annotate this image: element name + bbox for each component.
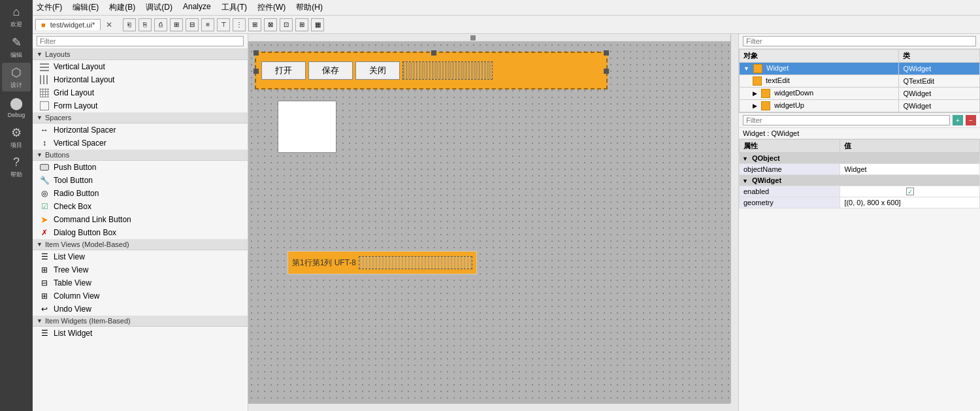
section-buttons[interactable]: ▼ Buttons [33, 150, 248, 161]
sidebar-item-horizontal-layout[interactable]: Horizontal Layout [33, 73, 248, 86]
scrollbar-corner [730, 403, 738, 411]
sidebar-item-list-view[interactable]: ☰ List View [33, 250, 248, 263]
file-tab[interactable]: ■ test/widget.ui* [35, 19, 101, 30]
toolbar-btn-5[interactable]: ⊟ [186, 18, 199, 31]
sidebar-item-edit[interactable]: ✎ 编辑 [2, 33, 31, 61]
section-item-widgets[interactable]: ▼ Item Widgets (Item-Based) [33, 316, 248, 327]
resize-handle-ml[interactable] [253, 69, 259, 74]
widgetup-expand[interactable]: ▶ [753, 103, 757, 109]
props-scroll-area[interactable]: 属性 值 ▼ QObject [739, 139, 980, 411]
resize-handle-tc[interactable] [431, 50, 436, 56]
sidebar-item-tree-view[interactable]: ⊞ Tree View [33, 263, 248, 276]
sidebar-item-tool-button[interactable]: 🔧 Tool Button [33, 174, 248, 187]
scrollbar-right[interactable] [730, 34, 738, 403]
sidebar-item-list-view-label: List View [54, 252, 85, 261]
sidebar-item-hspacer[interactable]: ↔ Horizontal Spacer [33, 123, 248, 137]
sidebar-item-grid-layout[interactable]: Grid Layout [33, 86, 248, 99]
toolbar-btn-10[interactable]: ⊠ [264, 18, 277, 31]
sidebar-item-undo-view[interactable]: ↩ Undo View [33, 303, 248, 316]
sidebar-item-form-layout[interactable]: Form Layout [33, 99, 248, 112]
toolbar-btn-3[interactable]: ⎙ [154, 18, 167, 31]
menu-tools[interactable]: 工具(T) [221, 2, 247, 13]
obj-row-widget[interactable]: ▼ Widget QWidget [740, 63, 980, 75]
resize-handle-tr[interactable] [604, 50, 609, 56]
widgetdown-expand[interactable]: ▶ [753, 90, 757, 97]
tab-close-btn[interactable]: ✕ [103, 20, 115, 29]
scrollbar-top[interactable] [248, 34, 730, 42]
resize-handle-mr[interactable] [604, 69, 609, 74]
canvas[interactable]: 打开 保存 关闭 第1行第1列 UFT-8 [248, 42, 730, 403]
obj-row-textedit[interactable]: textEdit QTextEdit [740, 75, 980, 88]
sidebar-item-vspacer[interactable]: ↕ Vertical Spacer [33, 137, 248, 150]
menu-build[interactable]: 构建(B) [109, 2, 135, 13]
toolbar-btn-7[interactable]: ⊤ [217, 18, 230, 31]
icon-sidebar: ⌂ 欢迎 ✎ 编辑 ⬡ 设计 ⬤ Debug ⚙ 项目 ? 帮助 [0, 0, 33, 411]
sidebar-item-list-widget[interactable]: ☰ List Widget [33, 327, 248, 340]
toolbar-btn-12[interactable]: ⊞ [295, 18, 308, 31]
sidebar-item-check-box[interactable]: ☑ Check Box [33, 200, 248, 213]
sidebar-item-help[interactable]: ? 帮助 [2, 153, 31, 182]
menu-file[interactable]: 文件(F) [37, 2, 62, 13]
qobject-expand[interactable]: ▼ [742, 156, 748, 162]
props-add-btn[interactable]: + [953, 115, 963, 125]
canvas-open-btn[interactable]: 打开 [261, 61, 306, 80]
sidebar-item-vspacer-label: Vertical Spacer [54, 139, 106, 148]
sidebar-item-vertical-layout[interactable]: Vertical Layout [33, 60, 248, 73]
canvas-close-btn[interactable]: 关闭 [355, 61, 400, 80]
section-spacers[interactable]: ▼ Spacers [33, 112, 248, 123]
sidebar-item-debug[interactable]: ⬤ Debug [2, 93, 31, 122]
toolbar-btn-8[interactable]: ⋮ [233, 18, 246, 31]
toolbar-btn-13[interactable]: ▦ [311, 18, 324, 31]
canvas-save-btn[interactable]: 保存 [308, 61, 353, 80]
sidebar-filter-input[interactable] [37, 36, 244, 46]
canvas-white-box[interactable] [278, 101, 336, 153]
sidebar-item-welcome[interactable]: ⌂ 欢迎 [2, 3, 31, 31]
prop-geometry[interactable]: geometry [(0, 0), 800 x 600] [740, 197, 980, 208]
toolbar-btn-1[interactable]: ⎗ [123, 18, 136, 31]
sidebar-item-command-link-button[interactable]: ➤ Command Link Button [33, 213, 248, 226]
sidebar-item-dialog-button-box[interactable]: ✗ Dialog Button Box [33, 226, 248, 239]
props-remove-btn[interactable]: − [966, 115, 976, 125]
prop-objectname[interactable]: objectName Widget [740, 164, 980, 175]
props-section-qobject: ▼ QObject [740, 153, 980, 164]
section-layouts[interactable]: ▼ Layouts [33, 49, 248, 60]
menu-debug[interactable]: 调试(D) [146, 2, 172, 13]
toolbar-btn-6[interactable]: ≡ [201, 18, 214, 31]
sidebar-item-column-view[interactable]: ⊞ Column View [33, 289, 248, 303]
menu-analyze[interactable]: Analyze [183, 2, 211, 13]
canvas-row-input[interactable] [359, 256, 472, 269]
obj-col-name: 对象 [740, 50, 899, 63]
sidebar-item-design[interactable]: ⬡ 设计 [2, 63, 31, 91]
resize-handle-tl[interactable] [253, 50, 259, 56]
toolbar-btn-11[interactable]: ⊡ [280, 18, 293, 31]
obj-row-widgetup[interactable]: ▶ widgetUp QWidget [740, 100, 980, 112]
sidebar-item-push-button[interactable]: Push Button [33, 161, 248, 174]
props-section-qwidget: ▼ QWidget [740, 175, 980, 186]
menu-edit[interactable]: 编辑(E) [73, 2, 99, 13]
obj-row-widgetdown[interactable]: ▶ widgetDown QWidget [740, 88, 980, 100]
canvas-row-pattern [359, 257, 472, 269]
widget-expand[interactable]: ▼ [743, 65, 749, 72]
prop-enabled[interactable]: enabled ✓ [740, 186, 980, 197]
qwidget-expand[interactable]: ▼ [742, 178, 748, 184]
toolbar-btn-4[interactable]: ⊞ [170, 18, 183, 31]
section-item-views[interactable]: ▼ Item Views (Model-Based) [33, 239, 248, 250]
menu-controls[interactable]: 控件(W) [257, 2, 286, 13]
sidebar-item-radio-button[interactable]: ◎ Radio Button [33, 187, 248, 200]
props-filter-input[interactable] [743, 115, 950, 125]
enabled-checkbox[interactable]: ✓ [906, 188, 914, 195]
menu-help[interactable]: 帮助(H) [296, 2, 323, 13]
scrollbar-bottom[interactable] [248, 403, 730, 411]
right-panel: 对象 类 ▼ Widget QWidget [738, 34, 980, 411]
canvas-textbox-selection[interactable] [402, 61, 493, 80]
sidebar-item-list-widget-label: List Widget [54, 329, 92, 338]
prop-objectname-value[interactable]: Widget [840, 164, 980, 175]
sidebar-item-project[interactable]: ⚙ 项目 [2, 123, 31, 152]
prop-enabled-value[interactable]: ✓ [840, 186, 980, 197]
sidebar-item-hlayout-label: Horizontal Layout [54, 75, 114, 84]
toolbar-btn-2[interactable]: ⎘ [139, 18, 152, 31]
prop-geometry-value[interactable]: [(0, 0), 800 x 600] [840, 197, 980, 208]
object-filter-input[interactable] [743, 36, 976, 46]
sidebar-item-table-view[interactable]: ⊟ Table View [33, 276, 248, 289]
toolbar-btn-9[interactable]: ⊞ [248, 18, 261, 31]
